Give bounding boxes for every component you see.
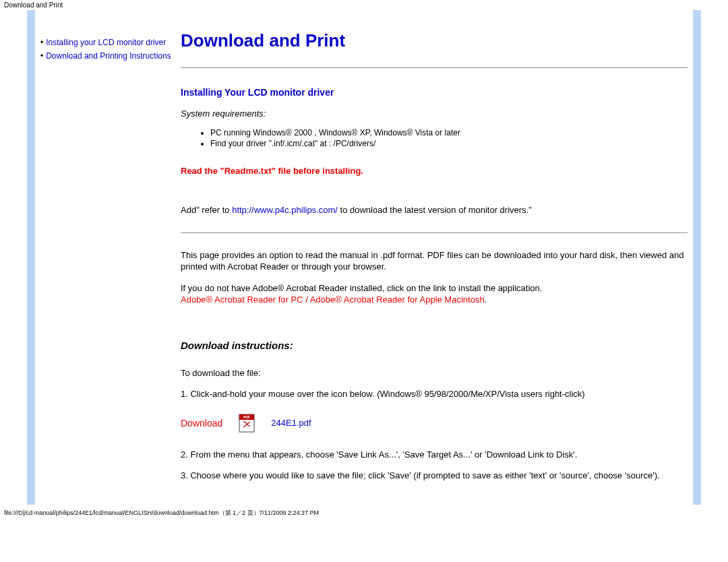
pdf-icon[interactable]: PDF xyxy=(239,414,255,433)
sidebar-item-install[interactable]: • Installing your LCD monitor driver xyxy=(40,37,171,48)
sidebar-item-label: Installing your LCD monitor driver xyxy=(46,37,166,48)
download-file-link[interactable]: 244E1.pdf xyxy=(271,418,311,428)
sidebar-item-download[interactable]: • Download and Printing Instructions xyxy=(40,51,171,61)
download-intro: To download the file: xyxy=(181,367,688,379)
download-row: Download PDF 244E1.pdf xyxy=(181,414,688,433)
svg-text:PDF: PDF xyxy=(243,415,250,419)
sidebar-item-label: Download and Printing Instructions xyxy=(46,51,171,61)
download-label: Download xyxy=(181,418,222,429)
divider xyxy=(181,67,688,68)
page-wrap: • Installing your LCD monitor driver • D… xyxy=(0,10,728,505)
philips-link[interactable]: http://www.p4c.philips.com/ xyxy=(232,205,338,215)
download-step-1: 1. Click-and-hold your mouse over the ic… xyxy=(181,388,688,400)
download-step-3: 3. Choose where you would like to save t… xyxy=(181,470,688,482)
acrobat-mac-link[interactable]: Adobe® Acrobat Reader for Apple Macintos… xyxy=(310,294,485,305)
text: If you do not have Adobe® Acrobat Reader… xyxy=(181,283,542,293)
text: / xyxy=(303,294,310,305)
list-item: PC running Windows® 2000 , Windows® XP, … xyxy=(210,128,688,137)
driver-download-note: Add" refer to http://www.p4c.philips.com… xyxy=(181,204,688,216)
right-rail xyxy=(693,10,701,505)
left-rail xyxy=(27,10,35,505)
download-step-2: 2. From the menu that appears, choose 'S… xyxy=(181,449,688,461)
list-item: Find your driver ".inf/.icm/.cat" at : /… xyxy=(210,139,688,148)
section-heading-install: Installing Your LCD monitor driver xyxy=(181,87,688,98)
requirements-list: PC running Windows® 2000 , Windows® XP, … xyxy=(181,128,688,148)
text: . xyxy=(485,294,487,305)
download-instructions-heading: Download instructions: xyxy=(181,340,688,351)
bullet-icon: • xyxy=(40,37,46,48)
sidebar: • Installing your LCD monitor driver • D… xyxy=(35,10,175,505)
text: Add" refer to xyxy=(181,205,232,215)
divider xyxy=(181,232,688,233)
sysreq-label: System requirements: xyxy=(181,108,688,119)
page-title: Download and Print xyxy=(181,30,688,51)
breadcrumb: Download and Print xyxy=(0,0,728,10)
readme-warning: Read the "Readme.txt" file before instal… xyxy=(181,166,688,176)
acrobat-pc-link[interactable]: Adobe® Acrobat Reader for PC xyxy=(181,294,303,305)
main-content: Download and Print Installing Your LCD m… xyxy=(175,10,693,505)
bullet-icon: • xyxy=(40,51,46,61)
footer-path: file:///D|/cd manual/philips/244E1/lcd/m… xyxy=(0,505,728,522)
acrobat-paragraph: If you do not have Adobe® Acrobat Reader… xyxy=(181,282,688,306)
pdf-info-paragraph: This page provides an option to read the… xyxy=(181,249,688,273)
text: to download the latest version of monito… xyxy=(338,205,532,215)
